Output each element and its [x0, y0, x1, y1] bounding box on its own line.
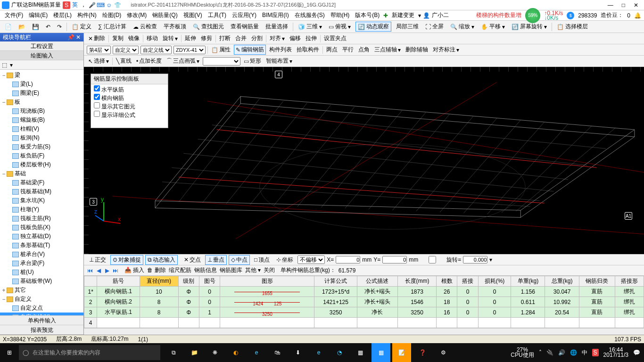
category-select[interactable]: 自定义	[113, 46, 139, 54]
insert-row-button[interactable]: 📥 插入	[124, 266, 144, 274]
app-icon-7[interactable]: 📝	[392, 343, 411, 362]
app-icon-9[interactable]: ⚙	[434, 343, 453, 362]
table-cell[interactable]: 18	[437, 297, 457, 307]
nav-last[interactable]: ⏭	[112, 267, 119, 274]
mirror-button[interactable]: 镜像	[127, 34, 141, 43]
store-icon[interactable]: 🛍	[268, 343, 287, 362]
tree-node[interactable]: 桩(U)	[0, 268, 83, 277]
delete-row-button[interactable]: 🗑 删除	[147, 266, 165, 274]
app-icon-8[interactable]: ❓	[413, 343, 432, 362]
col-header[interactable]: 单重(kg)	[511, 276, 545, 287]
ortho-toggle[interactable]: ⊥ 正交	[87, 255, 108, 265]
findimg-button[interactable]: 🔍 查找图元	[191, 22, 226, 31]
parallel-button[interactable]: 平行	[341, 45, 355, 54]
table-cell[interactable]: 直筋	[579, 287, 615, 297]
start-button[interactable]: ⊞	[0, 343, 19, 362]
table-cell[interactable]: 0	[478, 297, 511, 307]
explorer-icon[interactable]: 📁	[185, 343, 204, 362]
table-cell[interactable]: 0	[457, 297, 478, 307]
rebarinfo-button[interactable]: 钢筋信息	[194, 266, 217, 274]
table-cell[interactable]	[545, 318, 579, 328]
table-cell[interactable]: 3250	[220, 307, 314, 318]
rect-button[interactable]: ▭ 矩形	[242, 57, 263, 66]
tree-node[interactable]: 板洞(N)	[0, 133, 83, 142]
clock-date[interactable]: 2017/11/3	[603, 353, 628, 358]
tray-power-icon[interactable]: 🔌	[546, 349, 553, 356]
tree-node[interactable]: 柱墩(Y)	[0, 205, 83, 214]
dynview-button[interactable]: 🔄 动态观察	[355, 22, 391, 32]
notice-text[interactable]: 楼梯的构件数量增	[476, 11, 521, 19]
tree-node[interactable]: 自定义点	[0, 304, 83, 313]
screenrotate-button[interactable]: 🔃 屏幕旋转 ▾	[510, 22, 549, 31]
x-input[interactable]	[336, 256, 360, 263]
ime-face-icon[interactable]: ☺	[105, 1, 113, 9]
rotate-input[interactable]	[463, 256, 487, 263]
table-cell[interactable]: 直筋	[579, 297, 615, 307]
y-input[interactable]	[382, 256, 407, 263]
ime-mic-icon[interactable]: 🎤	[88, 1, 96, 9]
menu-cloud[interactable]: 云应用(Y)	[230, 10, 258, 20]
ime-tool-icon[interactable]: 👕	[114, 1, 121, 9]
col-header[interactable]	[84, 276, 97, 287]
tray-volume-icon[interactable]: 🔊	[558, 349, 565, 356]
intersect-snap[interactable]: ✕ 交点	[182, 255, 203, 265]
close-panel-button[interactable]: 关闭	[264, 266, 275, 274]
table-cell[interactable]: 横向钢筋.2	[97, 297, 140, 307]
table-cell[interactable]: 水平纵筋.1	[97, 307, 140, 318]
table-cell[interactable]: 0	[478, 287, 511, 297]
edge-icon[interactable]: e	[247, 343, 266, 362]
col-header[interactable]: 总重(kg)	[545, 276, 579, 287]
floor-select[interactable]: 第4层	[87, 46, 111, 54]
table-cell[interactable]: 1546	[398, 297, 437, 307]
table-cell[interactable]: 1723+15*d	[314, 287, 357, 297]
tray-sogou-icon[interactable]: S	[592, 349, 599, 356]
table-cell[interactable]: 1421+125	[314, 297, 357, 307]
menu-floor[interactable]: 楼层(L)	[51, 10, 74, 20]
tree-node[interactable]: 楼层板带(H)	[0, 160, 83, 169]
tray-ime-icon[interactable]: 中	[582, 349, 587, 357]
table-cell[interactable]: 26	[437, 287, 457, 297]
ime-lang[interactable]: 英	[71, 1, 79, 9]
col-header[interactable]: 计算公式	[314, 276, 357, 287]
menu-view[interactable]: 视图(V)	[182, 10, 204, 20]
table-cell[interactable]: 3250	[314, 307, 357, 318]
panel-option[interactable]: 显示详细公式	[94, 111, 165, 119]
arc-options[interactable]	[203, 57, 240, 66]
dropdown-icon[interactable]: ▾	[418, 12, 421, 19]
delete-button[interactable]: ✕ 删除	[87, 34, 107, 43]
define-button[interactable]: 📋 定义	[70, 22, 93, 31]
col-header[interactable]: 筋号	[97, 276, 140, 287]
table-cell[interactable]: 16	[437, 307, 457, 318]
col-header[interactable]: 钢筋归类	[579, 276, 615, 287]
table-cell[interactable]: 1*	[84, 287, 97, 297]
search-box[interactable]: ◯ 在这里输入你要搜索的内容	[19, 345, 160, 360]
offset-button[interactable]: 偏移	[288, 34, 302, 43]
table-cell[interactable]: 30.047	[545, 287, 579, 297]
local3d-button[interactable]: 局部三维	[394, 22, 421, 31]
menu-draw[interactable]: 绘图(D)	[100, 10, 124, 20]
col-header[interactable]: 图号	[199, 276, 220, 287]
table-cell[interactable]	[398, 318, 437, 328]
col-header[interactable]: 损耗(%)	[478, 276, 511, 287]
split-button[interactable]: 分割	[250, 34, 264, 43]
table-cell[interactable]: 直筋	[579, 307, 615, 318]
horizontal-scrollbar[interactable]	[84, 328, 644, 335]
menu-rebar[interactable]: 钢筋量(Q)	[150, 10, 179, 20]
pointangle-button[interactable]: 点角	[357, 45, 371, 54]
table-cell[interactable]: 10.992	[545, 297, 579, 307]
tab-draw-input[interactable]: 绘图输入	[0, 51, 83, 60]
app-icon-1[interactable]: ❋	[206, 343, 224, 362]
table-cell[interactable]: 净长+端头	[357, 287, 397, 297]
table-cell[interactable]: 1424 125	[220, 297, 314, 307]
tree-tool-1[interactable]: ⬚	[2, 62, 7, 68]
table-cell[interactable]	[511, 318, 545, 328]
notifications-icon[interactable]: 💬	[633, 349, 640, 356]
pick-button[interactable]: 拾取构件	[295, 45, 321, 54]
tree-tool-2[interactable]: ▾	[10, 62, 13, 68]
tree-node[interactable]: 基础梁(F)	[0, 178, 83, 187]
redo-button[interactable]: ↷	[55, 23, 64, 31]
component-tree[interactable]: −梁梁(L)圈梁(E)−板现浇板(B)螺旋板(B)柱帽(V)板洞(N)板受力筋(…	[0, 70, 83, 315]
table-cell[interactable]: Φ	[178, 297, 199, 307]
table-cell[interactable]	[97, 318, 140, 328]
extend-button[interactable]: 延伸	[183, 34, 198, 43]
